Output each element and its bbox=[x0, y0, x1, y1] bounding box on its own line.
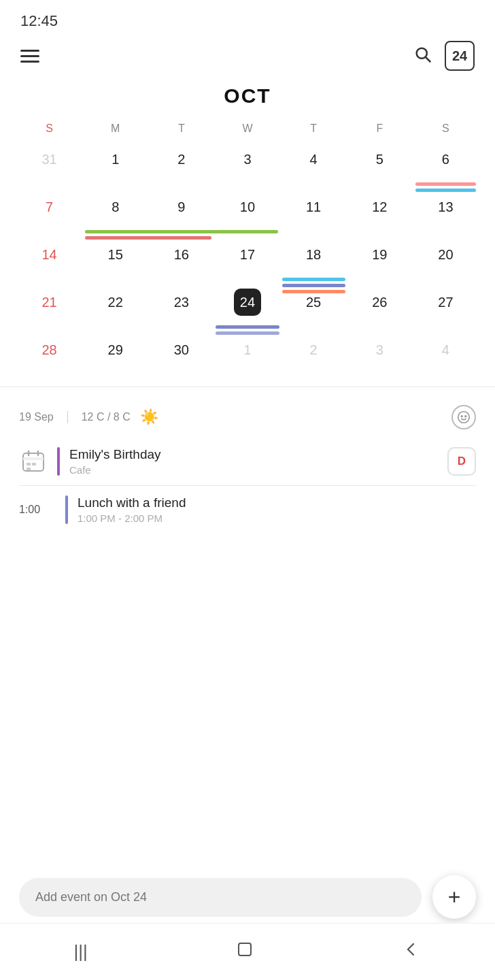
cal-day-16[interactable]: 16 bbox=[148, 237, 214, 284]
status-bar: 12:45 bbox=[0, 0, 495, 35]
add-event-section: + bbox=[0, 875, 495, 919]
cal-day-4[interactable]: 4 bbox=[281, 142, 347, 189]
event-birthday[interactable]: Emily's Birthday Cafe D bbox=[19, 438, 476, 485]
add-event-input[interactable] bbox=[19, 878, 422, 917]
app-badge[interactable]: D bbox=[447, 447, 476, 476]
weekday-fri: F bbox=[347, 120, 413, 137]
week-row-5: 28 29 30 1 2 3 4 bbox=[16, 332, 479, 380]
weekdays-row: S M T W T F S bbox=[16, 120, 479, 137]
weekday-mon: M bbox=[82, 120, 148, 137]
svg-rect-5 bbox=[23, 453, 44, 471]
cal-day-15[interactable]: 15 bbox=[82, 237, 148, 284]
event-title-birthday: Emily's Birthday bbox=[69, 447, 438, 462]
cal-day-9[interactable]: 9 bbox=[148, 189, 214, 237]
weather-row: 19 Sep 12 C / 8 C ☀️ bbox=[19, 394, 476, 438]
weekday-wed: W bbox=[214, 120, 280, 137]
week-row-4: 21 22 23 24 25 26 27 bbox=[16, 284, 479, 332]
week-row-1: 31 1 2 3 4 5 6 bbox=[16, 142, 479, 189]
menu-button[interactable] bbox=[20, 50, 39, 63]
cal-day-24[interactable]: 24 bbox=[214, 284, 280, 332]
svg-point-4 bbox=[465, 416, 466, 417]
cal-day-14[interactable]: 14 bbox=[16, 237, 82, 284]
weekday-sat: S bbox=[413, 120, 479, 137]
cal-day-12[interactable]: 12 bbox=[347, 189, 413, 237]
week-row-2: 7 8 9 10 11 12 13 bbox=[16, 189, 479, 237]
mood-button[interactable] bbox=[451, 405, 476, 429]
cal-day-nov2[interactable]: 2 bbox=[281, 332, 347, 380]
event-title-lunch: Lunch with a friend bbox=[78, 495, 476, 510]
time-display: 12:45 bbox=[20, 12, 58, 29]
cal-day-7[interactable]: 7 bbox=[16, 189, 82, 237]
cal-day-28[interactable]: 28 bbox=[16, 332, 82, 380]
cal-day-2[interactable]: 2 bbox=[148, 142, 214, 189]
cal-day-nov4[interactable]: 4 bbox=[413, 332, 479, 380]
cal-day-25[interactable]: 25 bbox=[281, 284, 347, 332]
cal-day-19[interactable]: 19 bbox=[347, 237, 413, 284]
toolbar-right: 24 bbox=[413, 41, 475, 71]
event-sub-lunch: 1:00 PM - 2:00 PM bbox=[78, 512, 476, 524]
svg-rect-6 bbox=[23, 457, 44, 460]
cal-day-1[interactable]: 1 bbox=[82, 142, 148, 189]
event-date: 19 Sep bbox=[19, 411, 54, 423]
section-divider bbox=[0, 387, 495, 387]
cal-day-11[interactable]: 11 bbox=[281, 189, 347, 237]
event-list-section: 19 Sep 12 C / 8 C ☀️ bbox=[0, 394, 495, 534]
event-time-lunch: 1:00 bbox=[19, 504, 56, 516]
weather-temp: 12 C / 8 C bbox=[82, 411, 131, 423]
add-event-fab[interactable]: + bbox=[432, 875, 476, 919]
event-color-bar-lunch bbox=[65, 495, 68, 524]
svg-rect-12 bbox=[239, 943, 251, 956]
svg-rect-10 bbox=[32, 463, 36, 466]
today-badge[interactable]: 24 bbox=[445, 41, 475, 71]
cal-day-29[interactable]: 29 bbox=[82, 332, 148, 380]
weekday-tue: T bbox=[148, 120, 214, 137]
recent-apps-icon: ||| bbox=[74, 941, 88, 962]
cal-day-18[interactable]: 18 bbox=[281, 237, 347, 284]
cal-day-17[interactable]: 17 bbox=[214, 237, 280, 284]
calendar: OCT S M T W T F S 31 1 2 3 4 5 6 7 8 9 bbox=[0, 84, 495, 380]
cal-day-5[interactable]: 5 bbox=[347, 142, 413, 189]
back-button[interactable] bbox=[386, 933, 437, 970]
cal-day-6[interactable]: 6 bbox=[413, 142, 479, 189]
weather-icon: ☀️ bbox=[140, 408, 158, 426]
cal-day-13[interactable]: 13 bbox=[413, 189, 479, 237]
recent-apps-button[interactable]: ||| bbox=[58, 934, 104, 969]
event-info-birthday: Emily's Birthday Cafe bbox=[69, 447, 438, 476]
search-button[interactable] bbox=[413, 45, 432, 67]
cal-day-nov1[interactable]: 1 bbox=[214, 332, 280, 380]
calendar-icon bbox=[19, 447, 48, 476]
cal-day-20[interactable]: 20 bbox=[413, 237, 479, 284]
cal-day-26[interactable]: 26 bbox=[347, 284, 413, 332]
cal-day-27[interactable]: 27 bbox=[413, 284, 479, 332]
svg-rect-9 bbox=[27, 463, 31, 466]
event-lunch[interactable]: 1:00 Lunch with a friend 1:00 PM - 2:00 … bbox=[19, 486, 476, 534]
month-title: OCT bbox=[16, 84, 479, 108]
cal-day-10[interactable]: 10 bbox=[214, 189, 280, 237]
svg-point-3 bbox=[461, 416, 462, 417]
svg-point-2 bbox=[458, 412, 470, 423]
weekday-sun: S bbox=[16, 120, 82, 137]
week-row-3: 14 15 16 17 18 19 20 bbox=[16, 237, 479, 284]
cal-day-nov3[interactable]: 3 bbox=[347, 332, 413, 380]
svg-rect-11 bbox=[27, 468, 31, 470]
weather-info: 19 Sep 12 C / 8 C ☀️ bbox=[19, 408, 158, 426]
event-color-bar-birthday bbox=[57, 447, 60, 476]
cal-day-23[interactable]: 23 bbox=[148, 284, 214, 332]
svg-line-1 bbox=[426, 57, 430, 61]
cal-day-8[interactable]: 8 bbox=[82, 189, 148, 237]
cal-day-31[interactable]: 31 bbox=[16, 142, 82, 189]
home-button[interactable] bbox=[219, 933, 271, 970]
home-icon bbox=[235, 940, 254, 959]
event-info-lunch: Lunch with a friend 1:00 PM - 2:00 PM bbox=[78, 495, 476, 524]
cal-day-30[interactable]: 30 bbox=[148, 332, 214, 380]
back-icon bbox=[402, 940, 421, 959]
event-sub-birthday: Cafe bbox=[69, 464, 438, 476]
bottom-nav: ||| bbox=[0, 923, 495, 980]
cal-day-21[interactable]: 21 bbox=[16, 284, 82, 332]
weekday-thu: T bbox=[281, 120, 347, 137]
toolbar: 24 bbox=[0, 35, 495, 78]
cal-day-3[interactable]: 3 bbox=[214, 142, 280, 189]
cal-day-22[interactable]: 22 bbox=[82, 284, 148, 332]
